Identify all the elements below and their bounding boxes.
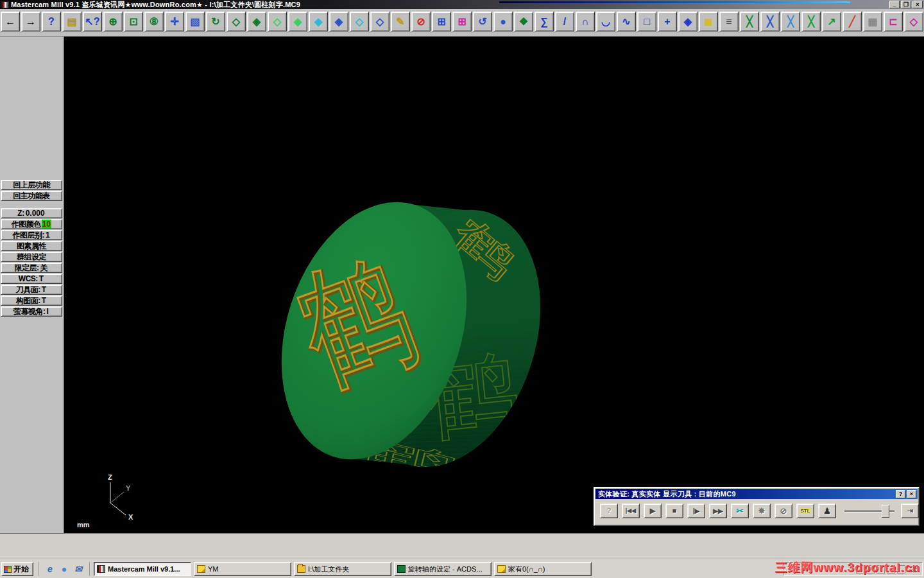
view-iso-wireframe-icon[interactable]: ◇ — [227, 12, 246, 31]
xform-rotate-icon[interactable]: ◇ — [904, 12, 923, 31]
slider-handle[interactable] — [882, 505, 889, 518]
start-button[interactable]: 开始 — [1, 562, 33, 576]
back-icon[interactable]: ← — [1, 12, 20, 31]
task-button[interactable]: YM — [194, 562, 291, 576]
gview-front-icon[interactable]: ◈ — [329, 12, 348, 31]
gview-side-icon[interactable]: ◇ — [350, 12, 369, 31]
task-button[interactable]: 旋转轴的设定 - ACDS... — [394, 562, 492, 576]
menu-item[interactable]: 群组设定 — [1, 252, 62, 262]
task-button[interactable]: I:\加工文件夹 — [294, 562, 391, 576]
main-toolbar: ← → ? ▤ ↖? ⊕ ⊡ ⑧ ✛ ▧ ↻ ◇ — [0, 9, 924, 37]
trim-two-icon[interactable]: ╳ — [760, 12, 780, 31]
menu-item[interactable]: 作图层别: 1 — [1, 230, 62, 240]
internet-explorer-icon[interactable]: e — [44, 563, 56, 575]
menu-item[interactable]: WCS: T — [1, 274, 62, 284]
create-icon[interactable]: ✎ — [391, 12, 410, 31]
help-icon[interactable]: ? — [42, 12, 61, 31]
zoom-previous-icon[interactable]: ⑧ — [144, 12, 164, 31]
point-icon[interactable]: + — [658, 12, 677, 31]
menu-item[interactable]: 回主功能表 — [1, 191, 62, 201]
verify-exit-button[interactable]: ⇥ — [901, 504, 919, 518]
surface-icon[interactable]: ◈ — [678, 12, 697, 31]
zoom-dynamic-icon[interactable]: ⊕ — [103, 12, 123, 31]
task-icon — [297, 565, 305, 573]
verify-collision-button[interactable]: ✸ — [753, 504, 771, 518]
surface-display-icon[interactable]: ▦ — [863, 12, 882, 31]
outlook-express-icon[interactable]: ✉ — [73, 563, 84, 575]
verify-restart-button[interactable]: |◀◀ — [622, 504, 640, 518]
context-help-icon[interactable]: ↖? — [83, 12, 102, 31]
verify-zoom-button[interactable]: ⊘ — [774, 504, 792, 518]
fillet-icon[interactable]: ◡ — [596, 12, 615, 31]
arc-icon[interactable]: ∩ — [576, 12, 595, 31]
media-player-icon[interactable]: ● — [58, 563, 70, 575]
windows-logo-icon — [4, 566, 12, 573]
verify-stop-button[interactable]: ■ — [665, 504, 683, 518]
dimension-icon[interactable]: ╱ — [843, 12, 862, 31]
restore-button[interactable]: ❐ — [901, 1, 911, 8]
gview-top-icon[interactable]: ◈ — [309, 12, 328, 31]
menu-item[interactable]: 图素属性 — [1, 241, 62, 251]
forward-icon[interactable]: → — [21, 12, 40, 31]
verify-trim-button[interactable]: ✂ — [731, 504, 749, 518]
verify-options-button[interactable]: ? — [600, 504, 618, 518]
pan-icon[interactable]: ✛ — [165, 12, 184, 31]
verify-step-button[interactable]: |▶ — [687, 504, 705, 518]
verify-stl-button[interactable]: STL — [796, 504, 814, 518]
copy-icon[interactable]: ⊞ — [432, 12, 451, 31]
menu-item[interactable]: 萤幕视角: I — [1, 306, 62, 317]
view-wireframe-light-icon[interactable]: ◇ — [268, 12, 287, 31]
cylinder-model[interactable]: 鹤 鹤 鹤 鹤 鹤 — [250, 178, 572, 494]
verify-play-button[interactable]: ▶ — [644, 504, 662, 518]
verify-close-button[interactable]: × — [907, 490, 916, 498]
extend-icon[interactable]: ↗ — [822, 12, 841, 31]
verify-tool-button[interactable]: ♟ — [818, 504, 836, 518]
file-manager-icon[interactable]: ▤ — [62, 12, 81, 31]
menu-item[interactable]: 构图面: T — [1, 295, 62, 306]
zoom-window-icon[interactable]: ⊡ — [124, 12, 143, 31]
xform-icon[interactable]: ⊞ — [452, 12, 472, 31]
operations-manager-icon[interactable]: ≡ — [719, 12, 739, 31]
menu-item[interactable]: 限定层: 关 — [1, 263, 62, 273]
rotate-view-icon[interactable]: ↻ — [206, 12, 225, 31]
close-button[interactable]: × — [912, 1, 923, 8]
menu-item[interactable]: 作图颜色 10 — [1, 219, 62, 229]
tray-icon-4[interactable] — [887, 565, 895, 574]
delete-icon[interactable]: ⊘ — [411, 12, 431, 31]
verify-help-button[interactable]: ? — [896, 490, 905, 498]
verify-fast-forward-button[interactable]: ▶▶ — [709, 504, 727, 518]
undo-icon[interactable]: ↺ — [473, 12, 492, 31]
line-icon[interactable]: / — [555, 12, 574, 31]
menu-item[interactable]: 回上层功能 — [1, 180, 62, 190]
trim-divide-icon[interactable]: ╳ — [781, 12, 800, 31]
view-iso-shaded-icon[interactable]: ◈ — [247, 12, 266, 31]
shading-icon[interactable]: ● — [493, 12, 513, 31]
tray-icon-5[interactable] — [897, 565, 905, 574]
view-shaded-light-icon[interactable]: ◈ — [288, 12, 307, 31]
analyze-icon[interactable]: ∑ — [535, 12, 554, 31]
tray-icon-1[interactable] — [856, 565, 864, 574]
xform-offset-icon[interactable]: ⊏ — [884, 12, 903, 31]
solid-box-icon[interactable]: ◼ — [699, 12, 718, 31]
repaint-icon[interactable]: ▧ — [185, 12, 205, 31]
task-icon — [397, 565, 406, 573]
menu-item[interactable]: Z: 0.000 — [1, 208, 62, 218]
verify-title-bar[interactable]: 实体验证: 真实实体 显示刀具 : 目前的MC9 ? × — [595, 489, 918, 499]
spline-icon[interactable]: ∿ — [617, 12, 636, 31]
gview-iso-icon[interactable]: ◇ — [370, 12, 389, 31]
task-button[interactable]: Mastercam Mill v9.1... — [94, 562, 191, 576]
rectangle-icon[interactable]: □ — [637, 12, 656, 31]
tray-icon-2[interactable] — [866, 565, 875, 574]
verify-title-text: 实体验证: 真实实体 显示刀具 : 目前的MC9 — [598, 489, 736, 499]
solids-icon[interactable]: ❖ — [514, 12, 533, 31]
menu-item[interactable]: 刀具面: T — [1, 285, 62, 295]
minimize-button[interactable]: _ — [889, 1, 900, 8]
task-button[interactable]: 家有0(∩_∩) — [494, 562, 592, 576]
start-label: 开始 — [13, 564, 29, 575]
units-label: mm — [77, 521, 90, 529]
verify-speed-slider[interactable] — [844, 505, 894, 518]
trim-break-icon[interactable]: ╳ — [801, 12, 821, 31]
trim-icon[interactable]: ╳ — [740, 12, 759, 31]
tray-icon-3[interactable] — [877, 565, 885, 574]
graphics-viewport[interactable]: 鹤 鹤 鹤 鹤 鹤 — [64, 37, 924, 533]
